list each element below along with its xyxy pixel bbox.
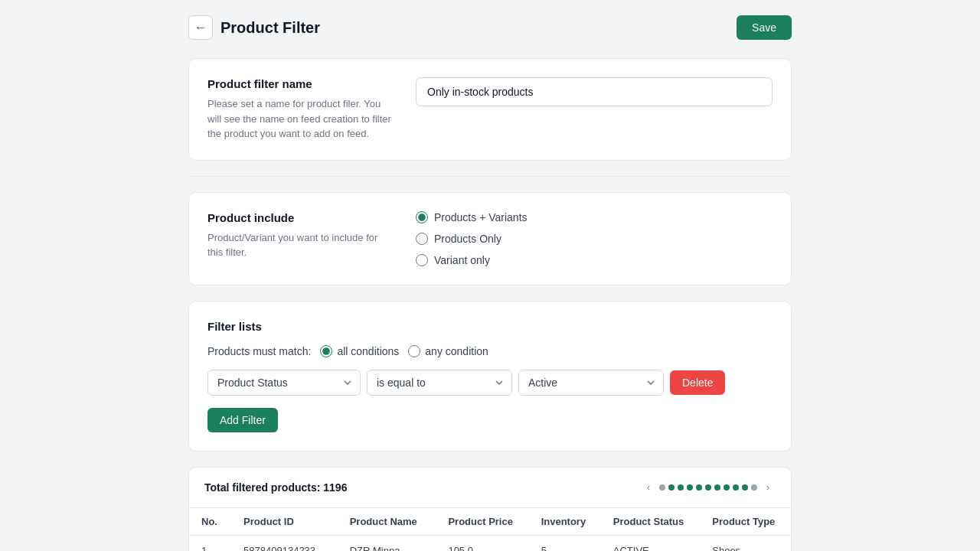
dot-3 [678, 484, 684, 491]
dot-6 [705, 484, 711, 491]
filter-name-description: Please set a name for product filer. You… [207, 96, 391, 142]
dot-2 [668, 484, 675, 491]
filter-lists-title: Filter lists [207, 320, 773, 333]
filter-name-section: Product filter name Please set a name fo… [188, 58, 792, 161]
match-all-conditions[interactable]: all conditions [320, 345, 399, 357]
col-product-id: Product ID [231, 508, 338, 536]
dot-11 [751, 484, 757, 491]
filter-value-select[interactable]: Active Draft Archived [518, 370, 664, 396]
product-include-section: Product include Product/Variant you want… [188, 192, 792, 285]
col-product-name: Product Name [338, 508, 436, 536]
match-label: Products must match: [207, 345, 311, 357]
product-include-label-col: Product include Product/Variant you want… [207, 211, 391, 260]
filter-condition-select[interactable]: is equal to is not equal to contains doe… [367, 370, 512, 396]
filter-lists-card: Filter lists Products must match: all co… [188, 301, 792, 452]
cell-status-1: ACTIVE [601, 535, 700, 551]
product-include-radio-group: Products + Variants Products Only Varian… [416, 211, 773, 266]
cell-name-1: DZR Minna [338, 535, 436, 551]
results-card: Total filtered products: 1196 ‹ › N [188, 467, 792, 552]
dot-5 [696, 484, 702, 491]
radio-variant-only[interactable]: Variant only [416, 254, 773, 266]
radio-products-only[interactable]: Products Only [416, 233, 773, 245]
cell-type-1: Shoes [700, 535, 791, 551]
filter-field-select[interactable]: Product Status Product Name Product Pric… [207, 370, 361, 396]
radio-products-variants-label: Products + Variants [434, 211, 528, 223]
filter-name-label-col: Product filter name Please set a name fo… [207, 77, 391, 142]
product-include-heading: Product include [207, 211, 391, 224]
header-left: ← Product Filter [188, 15, 320, 40]
results-header: Total filtered products: 1196 ‹ › [189, 468, 791, 508]
cell-no-1: 1 [189, 535, 231, 551]
delete-filter-button[interactable]: Delete [670, 370, 725, 395]
dot-9 [733, 484, 739, 491]
table-header-row: No. Product ID Product Name Product Pric… [189, 508, 791, 536]
table-head: No. Product ID Product Name Product Pric… [189, 508, 791, 536]
radio-products-only-label: Products Only [434, 233, 501, 245]
col-product-type: Product Type [700, 508, 791, 536]
back-button[interactable]: ← [188, 15, 213, 40]
save-button[interactable]: Save [737, 15, 792, 40]
col-inventory: Inventory [529, 508, 601, 536]
col-product-price: Product Price [436, 508, 528, 536]
filter-condition-row: Product Status Product Name Product Pric… [207, 370, 773, 396]
match-all-label: all conditions [337, 345, 399, 357]
cell-inventory-1: 5 [529, 535, 601, 551]
table-body: 1 5878409134233 DZR Minna 105.0 5 ACTIVE… [189, 535, 791, 551]
product-include-content: Products + Variants Products Only Varian… [416, 211, 773, 266]
match-any-label: any condition [425, 345, 488, 357]
dot-4 [687, 484, 693, 491]
dot-1 [659, 484, 665, 491]
dot-10 [742, 484, 748, 491]
table-row: 1 5878409134233 DZR Minna 105.0 5 ACTIVE… [189, 535, 791, 551]
pagination-next[interactable]: › [760, 480, 776, 495]
pagination-dots[interactable]: ‹ › [641, 480, 776, 495]
filter-name-content [416, 77, 773, 106]
radio-variant-only-label: Variant only [434, 254, 490, 266]
col-no: No. [189, 508, 231, 536]
dot-8 [724, 484, 730, 491]
col-product-status: Product Status [601, 508, 700, 536]
radio-products-variants[interactable]: Products + Variants [416, 211, 773, 223]
results-table: No. Product ID Product Name Product Pric… [189, 508, 791, 552]
filter-name-heading: Product filter name [207, 77, 391, 90]
cell-id-1: 5878409134233 [231, 535, 338, 551]
add-filter-button[interactable]: Add Filter [207, 408, 278, 432]
filter-name-input[interactable] [416, 77, 773, 106]
dot-7 [714, 484, 720, 491]
page-title: Product Filter [220, 19, 320, 37]
match-any-condition[interactable]: any condition [408, 345, 488, 357]
pagination-prev[interactable]: ‹ [641, 480, 656, 495]
cell-price-1: 105.0 [436, 535, 528, 551]
results-title: Total filtered products: 1196 [204, 481, 347, 494]
divider-1 [188, 176, 792, 177]
page-header: ← Product Filter Save [188, 15, 792, 40]
match-row: Products must match: all conditions any … [207, 345, 773, 357]
product-include-description: Product/Variant you want to include for … [207, 230, 391, 260]
